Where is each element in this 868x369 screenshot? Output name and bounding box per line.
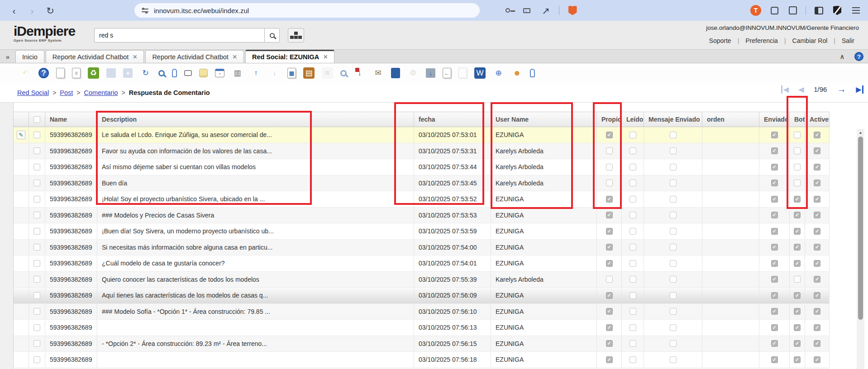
tab-reporte-actividad-chatbot[interactable]: Reporte Actividad Chatbot✕ <box>46 50 144 63</box>
column-header-propio[interactable]: Propio <box>597 112 622 127</box>
brave-shield-icon[interactable] <box>567 5 578 16</box>
note-icon[interactable] <box>199 69 208 77</box>
tab-close-icon[interactable]: ✕ <box>323 54 328 60</box>
toggle-form-icon[interactable]: ▥ <box>232 67 243 79</box>
leido-checkbox[interactable] <box>630 132 636 138</box>
row-select-checkbox[interactable] <box>33 132 40 138</box>
active-checkbox[interactable] <box>814 180 820 186</box>
enviado-checkbox[interactable] <box>771 132 778 138</box>
word-export-icon[interactable]: W <box>474 67 486 79</box>
active-checkbox[interactable] <box>814 147 820 154</box>
propio-checkbox[interactable] <box>606 308 613 315</box>
bot-checkbox[interactable] <box>794 212 801 218</box>
table-row[interactable]: 593996382689Quiero conocer las caracterí… <box>14 272 830 288</box>
table-row[interactable]: 593996382689- *Opción 2* - Área construc… <box>14 336 830 352</box>
enviado-checkbox[interactable] <box>771 147 778 154</box>
enviado-checkbox[interactable] <box>771 228 778 235</box>
undo-icon[interactable]: ↶ <box>20 67 31 79</box>
delete-record-icon[interactable]: ♻ <box>88 67 99 79</box>
leido-checkbox[interactable] <box>630 228 636 235</box>
bot-checkbox[interactable] <box>794 340 801 347</box>
row-select-checkbox[interactable] <box>33 180 40 186</box>
table-row[interactable]: 593996382689Así mismo déjeme saber si cu… <box>14 159 830 175</box>
propio-checkbox[interactable] <box>606 196 613 203</box>
mensaje_enviado-checkbox[interactable] <box>670 132 677 138</box>
row-select-checkbox[interactable] <box>33 228 40 235</box>
save-icon[interactable] <box>106 68 116 78</box>
mensaje_enviado-checkbox[interactable] <box>670 292 677 299</box>
global-search-input[interactable] <box>94 28 264 43</box>
column-header-enviado[interactable]: Enviado <box>759 112 790 127</box>
enviado-checkbox[interactable] <box>771 180 778 186</box>
active-checkbox[interactable] <box>814 244 820 251</box>
bot-checkbox[interactable] <box>794 324 801 331</box>
leido-checkbox[interactable] <box>630 260 636 267</box>
bot-checkbox[interactable] <box>794 164 801 170</box>
table-row[interactable]: 593996382689Buen día03/10/2025 07:53:45K… <box>14 175 830 192</box>
propio-checkbox[interactable] <box>606 292 613 299</box>
import-icon[interactable]: ← <box>443 68 451 78</box>
propio-checkbox[interactable] <box>606 212 613 218</box>
leido-checkbox[interactable] <box>630 276 636 283</box>
user-contact-icon[interactable]: ☻ <box>511 67 523 79</box>
mensaje_enviado-checkbox[interactable] <box>670 212 677 218</box>
expand-tabs-icon[interactable]: » <box>0 53 15 63</box>
new-record-icon[interactable] <box>56 68 65 78</box>
column-header-user[interactable]: User Name <box>491 112 597 127</box>
profile-avatar[interactable]: T <box>750 5 762 16</box>
active-checkbox[interactable] <box>814 132 820 138</box>
search-button[interactable] <box>264 28 280 43</box>
propio-checkbox[interactable] <box>606 244 613 251</box>
propio-checkbox[interactable] <box>606 260 613 267</box>
column-header-mensaje_enviado[interactable]: Mensaje Enviado <box>644 112 702 127</box>
mensaje_enviado-checkbox[interactable] <box>670 196 677 203</box>
sidebar-toggle-icon[interactable] <box>813 5 825 16</box>
menu-item-1[interactable]: Preferencia <box>739 37 784 44</box>
copy-record-icon[interactable]: ≡ <box>72 68 81 78</box>
menu-item-0[interactable]: Soporte <box>703 37 738 44</box>
row-select-checkbox[interactable] <box>33 260 40 267</box>
column-header-name[interactable]: Name <box>45 112 97 127</box>
active-checkbox[interactable] <box>814 308 820 315</box>
row-select-checkbox[interactable] <box>33 196 40 203</box>
breadcrumb-link-0[interactable]: Red Social <box>17 89 49 96</box>
column-header-fecha[interactable]: fecha <box>414 112 491 127</box>
propio-checkbox[interactable] <box>606 180 613 186</box>
table-row[interactable]: 593996382689Favor su ayuda con informaci… <box>14 143 830 160</box>
bot-checkbox[interactable] <box>794 276 801 283</box>
attachment2-icon[interactable] <box>530 69 535 77</box>
propio-checkbox[interactable] <box>606 340 613 347</box>
row-select-checkbox[interactable] <box>33 324 40 331</box>
table-row[interactable]: 593996382689¡Buen día! Soy Sivera, un mo… <box>14 223 830 240</box>
share-icon[interactable]: ↗ <box>540 5 552 16</box>
mensaje_enviado-checkbox[interactable] <box>670 356 677 363</box>
row-select-checkbox[interactable] <box>33 147 40 154</box>
leido-checkbox[interactable] <box>630 340 636 347</box>
column-header-description[interactable]: Description <box>97 112 414 127</box>
mensaje_enviado-checkbox[interactable] <box>670 147 677 154</box>
help-icon[interactable]: ? <box>38 68 49 78</box>
save-create-icon[interactable]: + <box>123 68 133 78</box>
tab-red-social-ezuniga[interactable]: Red Social: EZUNIGA✕ <box>245 50 334 63</box>
archive-icon[interactable]: ▤ <box>303 67 315 79</box>
reload-icon[interactable]: ↻ <box>44 5 56 16</box>
leido-checkbox[interactable] <box>630 180 636 186</box>
active-checkbox[interactable] <box>814 324 820 331</box>
active-checkbox[interactable] <box>814 276 820 283</box>
tab-close-icon[interactable]: ✕ <box>233 54 237 60</box>
product-info-icon[interactable] <box>391 68 400 78</box>
last-page-button[interactable]: ▶ <box>856 85 863 94</box>
page-search-icon[interactable] <box>787 5 799 16</box>
propio-checkbox[interactable] <box>606 164 613 170</box>
chat-icon[interactable] <box>184 70 192 76</box>
menu-item-3[interactable]: Salir <box>835 37 861 44</box>
forward-icon[interactable]: › <box>26 5 38 16</box>
row-select-checkbox[interactable] <box>33 292 40 299</box>
row-select-checkbox[interactable] <box>33 276 40 283</box>
table-row[interactable]: 593996382689Aquí tienes las característi… <box>14 288 830 304</box>
web-icon[interactable]: ⊕ <box>493 67 504 79</box>
leido-checkbox[interactable] <box>630 324 636 331</box>
enviado-checkbox[interactable] <box>771 356 778 363</box>
row-select-checkbox[interactable] <box>33 356 40 363</box>
parent-record-icon[interactable]: ↑ <box>250 67 262 79</box>
